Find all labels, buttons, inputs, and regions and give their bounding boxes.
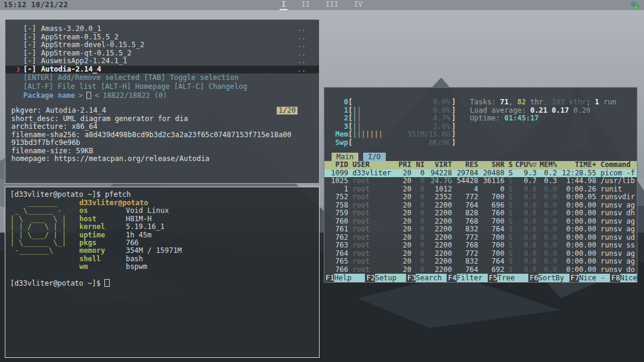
process-cell: 761 — [324, 225, 348, 234]
fkey-f6[interactable]: F6SortBy — [528, 274, 569, 282]
pfetch-field-value: bash — [126, 255, 143, 263]
column-header-mem[interactable]: MEM% — [537, 161, 557, 169]
process-cell: 0 — [411, 218, 425, 226]
process-cell: 20 — [394, 185, 411, 194]
pfetch-field-uptime: uptime1h 45m — [79, 231, 182, 239]
column-header-virt[interactable]: VIRT — [425, 161, 452, 169]
process-row[interactable]: 762root2002200772700S0.00.00:00.00runsv … — [324, 234, 637, 242]
process-row[interactable]: 758root2002200764696S0.00.00:00.00runsv … — [324, 202, 637, 210]
process-row[interactable]: 1root200101240S0.00.00:00.26runit — [324, 185, 637, 194]
process-cell: 0.0 — [513, 266, 537, 274]
fkey-f2[interactable]: F2Setup — [365, 274, 405, 282]
void-linux-ascii-logo: _______ _ \______ - | \ ___ \ | | | / \ … — [10, 199, 66, 271]
process-cell: 0.0 — [537, 234, 557, 242]
process-row[interactable]: 766root2002200764692S0.00.00:00.00runsv … — [324, 266, 637, 274]
process-cell: 1025 — [324, 177, 348, 185]
pfetch-field-kernel: kernel5.19.16_1 — [79, 223, 182, 231]
process-cell: 0 — [411, 266, 425, 274]
column-header-user[interactable]: USER — [348, 161, 394, 169]
process-row[interactable]: 1025root20024.7G5442836116S0.70.31:44.98… — [324, 177, 637, 185]
process-cell: 0:00.26 — [557, 185, 596, 194]
process-cell: 12:28.55 — [557, 169, 596, 178]
updates-icon[interactable] — [631, 1, 639, 9]
pfetch-field-memory: memory354M / 15971M — [79, 247, 182, 255]
workspace-I[interactable]: I — [280, 0, 287, 10]
package-checkbox[interactable]: [-] — [23, 66, 36, 74]
process-cell: 2200 — [425, 250, 452, 258]
truncation-dots: .. — [298, 41, 306, 49]
meter-bar: | — [352, 115, 357, 123]
desktop: 15:12 10/21/22 IIIIIIIV ❯[-]Amass-3.20.0… — [0, 0, 644, 362]
htop-tabs: MainI/O — [324, 153, 637, 161]
tasks-segment: 1 — [595, 98, 599, 106]
column-header-res[interactable]: RES — [452, 161, 478, 169]
meter-track: 0.0% — [352, 98, 451, 107]
process-row[interactable]: 761root2002200832764S0.00.00:00.00runsv … — [324, 225, 637, 234]
process-cell: 2200 — [425, 209, 452, 218]
process-cell: 832 — [452, 258, 478, 266]
fkey-f1[interactable]: F1Help — [324, 274, 365, 282]
meter-bar: | — [374, 131, 378, 139]
process-cell: 0.0 — [513, 202, 537, 210]
column-header-pid[interactable]: PID — [324, 161, 348, 169]
process-row[interactable]: 765root2002200832764S0.00.00:00.00runsv … — [324, 258, 637, 266]
process-cell: S — [504, 202, 513, 210]
fkey-f3[interactable]: F3Search — [406, 274, 447, 282]
process-cell: S — [504, 209, 513, 218]
uptime-segment: Uptime: — [470, 114, 504, 122]
column-header-command[interactable]: Command — [596, 161, 637, 169]
process-cell: 760 — [478, 209, 504, 218]
tasks-segment: Tasks: — [470, 98, 500, 106]
process-cell: root — [348, 250, 394, 258]
fkey-f7[interactable]: F7Nice - — [569, 274, 610, 282]
process-cell: 760 — [324, 218, 348, 226]
tab-io[interactable]: I/O — [363, 153, 386, 161]
package-list-item[interactable]: ❯[-]AusweisApp2-1.24.1_1.. — [5, 57, 319, 66]
process-row[interactable]: 764root2002200772700S0.00.00:00.00runsv … — [324, 250, 637, 258]
terminal-window[interactable]: [d33vliter@potato ~]$ pfetch _______ _ \… — [5, 187, 320, 358]
process-row[interactable]: 763root2002200768700S0.00.00:00.00runsv … — [324, 242, 637, 250]
meter-bar: | — [366, 131, 370, 139]
fkey-f5[interactable]: F5Tree — [488, 274, 528, 282]
package-list-item[interactable]: ❯[-]Amass-3.20.0_1.. — [5, 25, 319, 33]
package-checkbox[interactable]: [-] — [23, 25, 36, 33]
process-row[interactable]: 759root2002200828760S0.00.00:00.00runsv … — [324, 209, 637, 218]
tab-main[interactable]: Main — [332, 153, 358, 161]
workspace-IV[interactable]: IV — [352, 0, 364, 10]
package-list-item[interactable]: ❯[-]AppStream-0.15.5_2.. — [5, 33, 319, 42]
process-cell: S — [504, 169, 513, 178]
process-row[interactable]: 760root2002200768700S0.00.00:00.00runsv … — [324, 218, 637, 226]
package-name-prompt[interactable]: Package name > < 18822/18822 (0) — [5, 91, 319, 100]
fkey-f4[interactable]: F4Filter — [447, 274, 487, 282]
process-cell: runsv ud — [596, 234, 637, 242]
package-list-item[interactable]: ❯[-]Autodia-2.14_4.. — [5, 66, 319, 74]
package-checkbox[interactable]: [-] — [23, 33, 36, 42]
column-header-s[interactable]: S — [504, 161, 513, 169]
column-header-time+[interactable]: TIME+ — [557, 161, 596, 169]
fkey-f8[interactable]: F8Nice + — [610, 274, 637, 282]
process-cell: S — [504, 266, 513, 274]
column-header-pri[interactable]: PRI — [394, 161, 411, 169]
process-cell: S — [504, 177, 513, 185]
terminal-prompt-line: [d33vliter@potato ~]$ pfetch — [10, 190, 314, 199]
process-cell: 36116 — [478, 177, 504, 185]
process-cell: 0 — [411, 225, 425, 234]
cpu-meter-3: 3[||2.8%] — [324, 123, 637, 131]
pfetch-field-value: 354M / 15971M — [126, 247, 182, 255]
column-header-shr[interactable]: SHR — [478, 161, 504, 169]
workspace-II[interactable]: II — [299, 0, 311, 10]
process-row[interactable]: 752root2002352772700S0.00.00:00.05runsvd… — [324, 193, 637, 202]
package-checkbox[interactable]: [-] — [23, 41, 36, 49]
pfetch-field-value: 1h 45m — [126, 231, 151, 239]
process-cell: 0.0 — [537, 225, 557, 234]
column-header-ni[interactable]: NI — [411, 161, 425, 169]
package-checkbox[interactable]: [-] — [23, 49, 36, 58]
pfetch-field-label: os — [79, 207, 126, 215]
package-checkbox[interactable]: [-] — [23, 57, 36, 66]
package-list-item[interactable]: ❯[-]AppStream-qt-0.15.5_2.. — [5, 49, 319, 58]
workspace-III[interactable]: III — [324, 0, 340, 10]
column-header-cpu[interactable]: CPU%▽ — [513, 161, 537, 169]
process-row[interactable]: 1099d33vliter200942282978420480S9.30.212… — [324, 169, 637, 178]
process-cell: 20 — [394, 266, 411, 274]
package-list-item[interactable]: ❯[-]AppStream-devel-0.15.5_2.. — [5, 41, 319, 49]
